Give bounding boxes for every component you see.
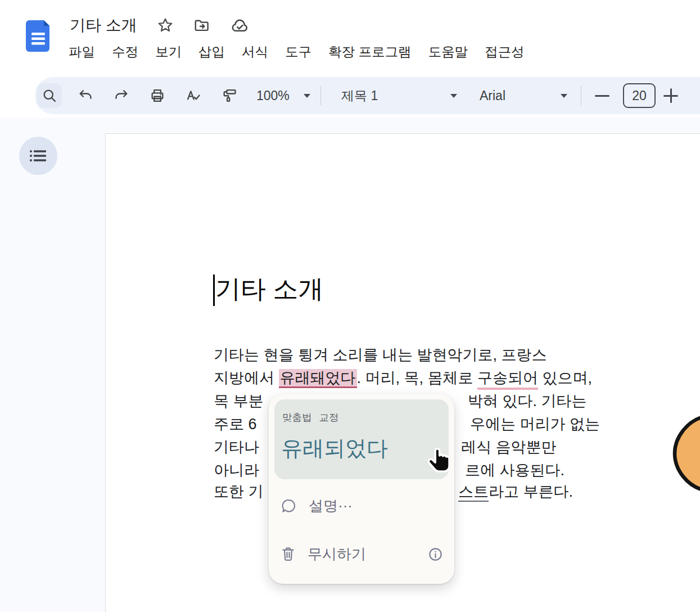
doc-title[interactable]: 기타 소개	[70, 15, 137, 36]
body-line-6-left: 아니라	[214, 460, 259, 480]
body-line-1: 기타는 현을 튕겨 소리를 내는 발현악기로, 프랑스	[214, 345, 547, 365]
suggestion-header: 맞춤법 교정	[282, 411, 339, 424]
title-row: 기타 소개	[70, 15, 250, 36]
body-line-3-left: 목 부분	[214, 391, 264, 411]
undo-icon[interactable]	[73, 83, 98, 108]
paragraph-style-select[interactable]: 제목 1	[326, 87, 466, 105]
chevron-down-icon	[561, 94, 567, 98]
body-line-6-right: 르에 사용된다.	[465, 460, 564, 480]
document-image-partial[interactable]	[671, 412, 700, 494]
star-icon[interactable]	[157, 17, 173, 33]
zoom-value: 100%	[256, 88, 290, 104]
body-line-5-left: 기타나	[214, 437, 259, 457]
chevron-down-icon	[304, 94, 310, 98]
font-size-input[interactable]: 20	[623, 83, 656, 108]
spellcheck-popup: 맞춤법 교정 유래되었다 설명··· 무시하기	[269, 394, 454, 584]
cloud-saved-icon[interactable]	[231, 18, 250, 33]
body-line-2: 지방에서 유래돼었다. 머리, 목, 몸체로 구송되어 있으며,	[214, 368, 592, 388]
menu-item-tools[interactable]: 도구	[285, 43, 311, 61]
ignore-label: 무시하기	[308, 544, 366, 564]
paint-format-icon[interactable]	[217, 83, 242, 108]
body-line-7-left: 또한 기	[214, 482, 264, 502]
body-line-3-right: 박혀 있다. 기타는	[468, 391, 587, 411]
line2-mid: . 머리, 목, 몸체로	[357, 370, 478, 386]
comment-menu-item[interactable]: 설명···	[281, 494, 443, 518]
info-icon[interactable]	[428, 547, 443, 562]
line7-rest: 라고 부른다.	[489, 483, 573, 500]
menu-item-format[interactable]: 서식	[242, 43, 268, 61]
comment-bubble-icon	[281, 498, 296, 514]
font-family-select[interactable]: Arial	[466, 88, 576, 104]
line2-pre: 지방에서	[214, 370, 279, 386]
toolbar: 100% 제목 1 Arial 20	[35, 77, 700, 114]
body-line-5-right: 레식 음악뿐만	[461, 437, 557, 457]
body-line-4-left: 주로 6	[214, 414, 257, 434]
print-icon[interactable]	[145, 83, 170, 108]
outline-list-icon	[29, 148, 48, 163]
move-to-folder-icon[interactable]	[193, 18, 210, 33]
suggestion-panel[interactable]: 맞춤법 교정 유래되었다	[274, 399, 449, 479]
menu-item-extensions[interactable]: 확장 프로그램	[328, 43, 412, 61]
redo-icon[interactable]	[109, 83, 134, 108]
menu-item-file[interactable]: 파일	[69, 43, 95, 61]
line2-post: 있으며,	[538, 370, 592, 386]
body-line-7-right: 스트라고 부른다.	[458, 482, 573, 502]
toolbar-divider	[320, 86, 321, 105]
suggestion-category: 맞춤법	[282, 411, 312, 424]
font-value: Arial	[480, 88, 505, 104]
decrease-font-size-icon[interactable]	[595, 95, 609, 97]
ignore-menu-item[interactable]: 무시하기	[281, 542, 443, 566]
suggestion-text[interactable]: 유래되었다	[281, 434, 388, 463]
menu-item-view[interactable]: 보기	[155, 43, 182, 61]
document-heading: 기타 소개	[215, 272, 324, 306]
spellcheck-icon[interactable]	[181, 83, 206, 108]
search-icon[interactable]	[37, 83, 62, 108]
document-outline-button[interactable]	[19, 137, 57, 175]
zoom-select[interactable]: 100%	[256, 88, 310, 104]
menubar: 파일 수정 보기 삽입 서식 도구 확장 프로그램 도움말 접근성	[69, 43, 525, 61]
menu-item-edit[interactable]: 수정	[112, 43, 138, 61]
trash-icon	[281, 546, 295, 562]
menu-item-accessibility[interactable]: 접근성	[485, 43, 525, 61]
increase-font-size-icon[interactable]	[663, 88, 678, 103]
comment-label: 설명···	[309, 496, 353, 516]
menu-item-help[interactable]: 도움말	[428, 43, 468, 61]
body-line-4-right: 우에는 머리가 없는	[470, 414, 600, 434]
suggestion-action: 교정	[319, 411, 339, 424]
flagged-word[interactable]: 구송되어	[477, 370, 538, 390]
line7-underlined: 스트	[458, 483, 489, 502]
style-value: 제목 1	[341, 87, 378, 105]
misspelled-word[interactable]: 유래돼었다	[279, 369, 357, 388]
docs-logo-icon[interactable]	[25, 19, 52, 53]
toolbar-divider	[581, 86, 581, 105]
text-cursor	[213, 274, 215, 306]
docs-fold-shape	[44, 20, 49, 26]
chevron-down-icon	[450, 94, 457, 98]
menu-item-insert[interactable]: 삽입	[198, 43, 225, 61]
